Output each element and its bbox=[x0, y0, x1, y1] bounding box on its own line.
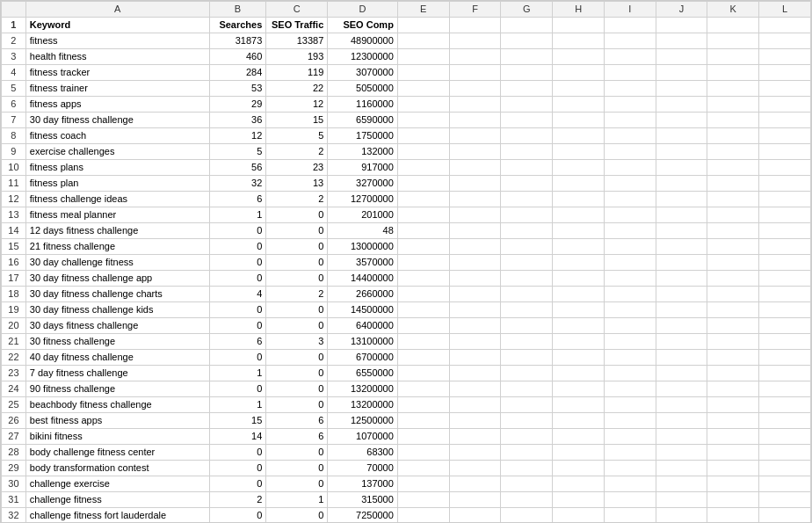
cell-29-k[interactable] bbox=[707, 461, 759, 476]
cell-32-d[interactable]: 7250000 bbox=[328, 508, 398, 524]
cell-18-g[interactable] bbox=[501, 287, 553, 302]
cell-10-d[interactable]: 917000 bbox=[328, 160, 398, 176]
cell-5-a[interactable]: fitness trainer bbox=[25, 81, 209, 97]
cell-14-j[interactable] bbox=[656, 223, 707, 239]
cell-26-b[interactable]: 15 bbox=[209, 413, 266, 429]
cell-27-i[interactable] bbox=[605, 429, 656, 445]
cell-16-f[interactable] bbox=[449, 255, 501, 271]
cell-12-k[interactable] bbox=[707, 192, 759, 207]
cell-5-h[interactable] bbox=[553, 81, 605, 97]
cell-20-i[interactable] bbox=[605, 318, 656, 334]
cell-24-i[interactable] bbox=[605, 381, 656, 397]
cell-19-a[interactable]: 30 day fitness challenge kids bbox=[25, 302, 209, 318]
cell-13-h[interactable] bbox=[553, 207, 605, 223]
cell-15-k[interactable] bbox=[707, 239, 759, 255]
cell-29-f[interactable] bbox=[449, 461, 501, 476]
cell-17-h[interactable] bbox=[553, 271, 605, 287]
cell-7-g[interactable] bbox=[501, 113, 553, 128]
cell-4-c[interactable]: 119 bbox=[266, 65, 328, 81]
cell-20-l[interactable] bbox=[759, 318, 811, 334]
cell-10-h[interactable] bbox=[553, 160, 605, 176]
cell-24-f[interactable] bbox=[449, 381, 501, 397]
col-header-d[interactable]: D bbox=[328, 2, 398, 18]
cell-3-b[interactable]: 460 bbox=[209, 49, 266, 65]
cell-28-c[interactable]: 0 bbox=[266, 445, 328, 461]
cell-28-a[interactable]: body challenge fitness center bbox=[25, 445, 209, 461]
cell-23-g[interactable] bbox=[501, 366, 553, 381]
cell-29-a[interactable]: body transformation contest bbox=[25, 461, 209, 476]
cell-3-k[interactable] bbox=[707, 49, 759, 65]
cell-7-l[interactable] bbox=[759, 113, 811, 128]
cell-14-d[interactable]: 48 bbox=[328, 223, 398, 239]
cell-7-i[interactable] bbox=[605, 113, 656, 128]
cell-23-e[interactable] bbox=[397, 366, 449, 381]
cell-28-l[interactable] bbox=[759, 445, 811, 461]
cell-26-a[interactable]: best fitness apps bbox=[25, 413, 209, 429]
cell-6-c[interactable]: 12 bbox=[266, 97, 328, 113]
cell-4-f[interactable] bbox=[449, 65, 501, 81]
cell-32-a[interactable]: challenge fitness fort lauderdale bbox=[25, 508, 209, 524]
cell-8-j[interactable] bbox=[656, 128, 707, 144]
cell-23-d[interactable]: 6550000 bbox=[328, 366, 398, 381]
cell-11-f[interactable] bbox=[449, 176, 501, 192]
cell-19-c[interactable]: 0 bbox=[266, 302, 328, 318]
cell-31-g[interactable] bbox=[501, 492, 553, 508]
cell-20-f[interactable] bbox=[449, 318, 501, 334]
cell-18-l[interactable] bbox=[759, 287, 811, 302]
cell-31-c[interactable]: 1 bbox=[266, 492, 328, 508]
cell-26-f[interactable] bbox=[449, 413, 501, 429]
cell-3-c[interactable]: 193 bbox=[266, 49, 328, 65]
cell-24-k[interactable] bbox=[707, 381, 759, 397]
cell-21-h[interactable] bbox=[553, 334, 605, 350]
cell-14-g[interactable] bbox=[501, 223, 553, 239]
cell-26-k[interactable] bbox=[707, 413, 759, 429]
cell-11-k[interactable] bbox=[707, 176, 759, 192]
cell-23-l[interactable] bbox=[759, 366, 811, 381]
cell-17-b[interactable]: 0 bbox=[209, 271, 266, 287]
cell-17-f[interactable] bbox=[449, 271, 501, 287]
cell-14-a[interactable]: 12 days fitness challenge bbox=[25, 223, 209, 239]
cell-32-e[interactable] bbox=[397, 508, 449, 524]
cell-20-k[interactable] bbox=[707, 318, 759, 334]
cell-11-g[interactable] bbox=[501, 176, 553, 192]
cell-31-k[interactable] bbox=[707, 492, 759, 508]
cell-9-k[interactable] bbox=[707, 144, 759, 160]
cell-21-c[interactable]: 3 bbox=[266, 334, 328, 350]
cell-4-d[interactable]: 3070000 bbox=[328, 65, 398, 81]
cell-22-b[interactable]: 0 bbox=[209, 350, 266, 366]
cell-30-k[interactable] bbox=[707, 476, 759, 492]
cell-16-k[interactable] bbox=[707, 255, 759, 271]
cell-12-c[interactable]: 2 bbox=[266, 192, 328, 207]
col-header-j[interactable]: J bbox=[656, 2, 707, 18]
cell-12-b[interactable]: 6 bbox=[209, 192, 266, 207]
cell-13-c[interactable]: 0 bbox=[266, 207, 328, 223]
cell-22-a[interactable]: 40 day fitness challenge bbox=[25, 350, 209, 366]
cell-8-g[interactable] bbox=[501, 128, 553, 144]
cell-29-l[interactable] bbox=[759, 461, 811, 476]
cell-16-j[interactable] bbox=[656, 255, 707, 271]
cell-29-e[interactable] bbox=[397, 461, 449, 476]
cell-14-e[interactable] bbox=[397, 223, 449, 239]
cell-20-b[interactable]: 0 bbox=[209, 318, 266, 334]
cell-2-g[interactable] bbox=[501, 33, 553, 49]
cell-5-c[interactable]: 22 bbox=[266, 81, 328, 97]
cell-15-h[interactable] bbox=[553, 239, 605, 255]
cell-1-g[interactable] bbox=[501, 18, 553, 33]
cell-31-l[interactable] bbox=[759, 492, 811, 508]
cell-17-j[interactable] bbox=[656, 271, 707, 287]
cell-6-g[interactable] bbox=[501, 97, 553, 113]
cell-32-f[interactable] bbox=[449, 508, 501, 524]
cell-4-k[interactable] bbox=[707, 65, 759, 81]
cell-20-e[interactable] bbox=[397, 318, 449, 334]
cell-23-j[interactable] bbox=[656, 366, 707, 381]
cell-26-l[interactable] bbox=[759, 413, 811, 429]
cell-25-d[interactable]: 13200000 bbox=[328, 397, 398, 413]
cell-12-a[interactable]: fitness challenge ideas bbox=[25, 192, 209, 207]
cell-32-c[interactable]: 0 bbox=[266, 508, 328, 524]
cell-19-k[interactable] bbox=[707, 302, 759, 318]
cell-31-a[interactable]: challenge fitness bbox=[25, 492, 209, 508]
cell-15-e[interactable] bbox=[397, 239, 449, 255]
cell-3-g[interactable] bbox=[501, 49, 553, 65]
cell-7-j[interactable] bbox=[656, 113, 707, 128]
cell-10-i[interactable] bbox=[605, 160, 656, 176]
